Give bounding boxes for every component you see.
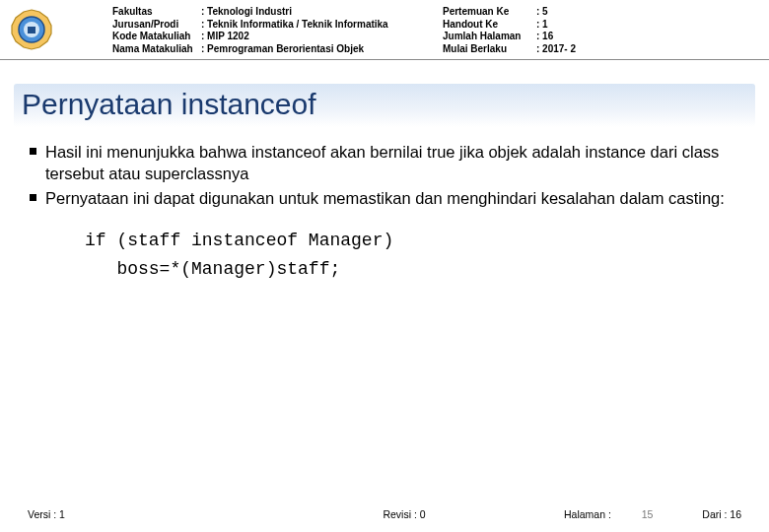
label-pertemuan: Pertemuan Ke <box>443 6 536 19</box>
footer-dari: Dari : 16 <box>682 508 741 520</box>
value-jurusan: : Teknik Informatika / Teknik Informatik… <box>201 19 443 32</box>
header-meta: Fakultas Jurusan/Prodi Kode Matakuliah N… <box>112 6 759 55</box>
value-handout: : 1 <box>536 19 591 32</box>
value-kode: : MIP 1202 <box>201 31 443 43</box>
slide-footer: Versi : 1 Revisi : 0 Halaman : 15 Dari :… <box>0 508 769 520</box>
university-logo-icon <box>10 8 53 51</box>
value-fakultas: : Teknologi Industri <box>201 6 443 19</box>
footer-halaman: Halaman : 15 <box>564 508 682 520</box>
value-pertemuan: : 5 <box>536 6 591 19</box>
label-jumlah: Jumlah Halaman <box>443 31 536 43</box>
bullet-item: Hasil ini menunjukka bahwa instanceof ak… <box>30 141 739 185</box>
value-nama: : Pemrograman Berorientasi Objek <box>201 43 443 56</box>
footer-versi: Versi : 1 <box>28 508 245 520</box>
bullet-text: Hasil ini menunjukka bahwa instanceof ak… <box>45 143 719 182</box>
bullet-text: Pernyataan ini dapat digunakan untuk mem… <box>45 189 725 207</box>
footer-halaman-number: 15 <box>642 508 654 520</box>
label-mulai: Mulai Berlaku <box>443 43 536 56</box>
section-title-bar: Pernyataan instanceof <box>14 84 755 127</box>
section-title: Pernyataan instanceof <box>22 88 747 121</box>
slide-header: Fakultas Jurusan/Prodi Kode Matakuliah N… <box>0 0 769 60</box>
label-kode: Kode Matakuliah <box>112 31 201 43</box>
bullet-item: Pernyataan ini dapat digunakan untuk mem… <box>30 187 739 209</box>
label-handout: Handout Ke <box>443 19 536 32</box>
svg-rect-2 <box>28 27 35 33</box>
footer-revisi: Revisi : 0 <box>245 508 564 520</box>
label-jurusan: Jurusan/Prodi <box>112 19 201 32</box>
value-mulai: : 2017- 2 <box>536 43 591 56</box>
value-jumlah: : 16 <box>536 31 591 43</box>
slide-content: Hasil ini menunjukka bahwa instanceof ak… <box>0 127 769 283</box>
footer-halaman-label: Halaman : <box>564 508 611 520</box>
code-sample: if (staff instanceof Manager) boss=*(Man… <box>85 227 739 284</box>
label-fakultas: Fakultas <box>112 6 201 19</box>
label-nama: Nama Matakuliah <box>112 43 201 56</box>
